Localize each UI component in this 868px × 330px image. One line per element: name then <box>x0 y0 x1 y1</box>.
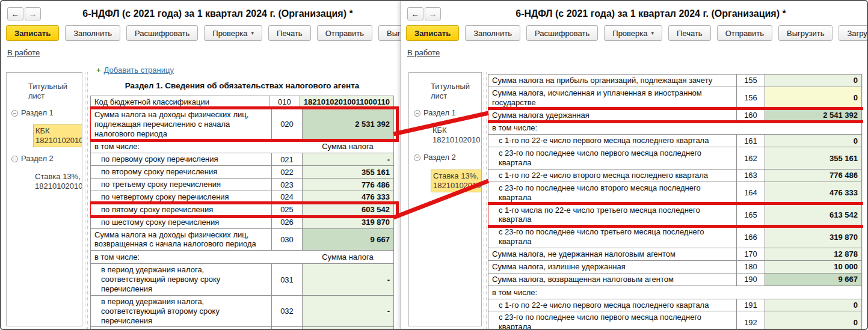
export-button[interactable]: Выгрузить <box>378 25 401 41</box>
splitter[interactable] <box>85 72 88 329</box>
export-button[interactable]: Выгрузить <box>778 25 833 41</box>
sidebar-item-title-page[interactable]: Титульный лист <box>409 82 481 102</box>
field-value-165[interactable]: 613 542 <box>765 204 861 226</box>
sidebar-item-section-1[interactable]: Раздел 1 <box>7 108 82 118</box>
field-label: по четвертому сроку перечисления <box>91 191 271 203</box>
status-link[interactable]: В работе <box>7 48 40 57</box>
send-button[interactable]: Отправить <box>317 25 372 41</box>
save-button[interactable]: Записать <box>406 25 459 41</box>
table-row: с 1-го по 22-е число второго месяца посл… <box>488 170 862 182</box>
sidebar-item-section-1[interactable]: Раздел 1 <box>409 108 481 118</box>
field-code: 025 <box>271 204 303 216</box>
print-button[interactable]: Печать <box>668 25 711 41</box>
section-heading: Раздел 1. Сведения об обязательствах нал… <box>90 81 394 90</box>
status-row: В работе <box>401 43 867 58</box>
send-button[interactable]: Отправить <box>717 25 772 41</box>
save-button[interactable]: Записать <box>6 25 59 41</box>
sidebar-item-rate-13[interactable]: Ставка 13%, 18210102010 <box>409 170 481 193</box>
field-code: 022 <box>271 166 303 178</box>
field-code: 031 <box>271 264 303 295</box>
field-value-166[interactable]: 319 870 <box>765 226 861 248</box>
sidebar-item-label: Раздел 2 <box>21 154 54 163</box>
field-value-026[interactable]: 319 870 <box>303 216 393 228</box>
field-value-180[interactable]: 10 000 <box>765 261 861 273</box>
field-value-032[interactable]: - <box>303 296 393 327</box>
field-label: по шестому сроку перечисления <box>91 216 271 228</box>
field-value-025[interactable]: 603 542 <box>303 204 393 216</box>
form-table: Сумма налога на прибыль организаций, под… <box>488 74 862 329</box>
field-value-191[interactable]: 0 <box>765 299 861 311</box>
splitter[interactable] <box>484 72 487 329</box>
button-label: Заполнить <box>473 29 512 38</box>
field-value-192[interactable]: 0 <box>765 311 861 329</box>
toolbar: ЗаписатьЗаполнитьРасшифроватьПроверка▾Пе… <box>1 23 401 43</box>
button-label: Проверка <box>612 29 647 38</box>
field-value-020[interactable]: 2 531 392 <box>303 109 393 140</box>
button-label: Выгрузить <box>787 29 824 38</box>
field-label: Сумма налога на прибыль организаций, под… <box>488 75 736 87</box>
field-value-160[interactable]: 2 541 392 <box>765 109 861 121</box>
fill-button[interactable]: Заполнить <box>65 25 120 41</box>
sidebar-item-title-page[interactable]: Титульный лист <box>7 82 82 102</box>
field-value-155[interactable]: 0 <box>765 75 861 87</box>
table-row: по четвертому сроку перечисления024476 3… <box>90 191 394 204</box>
table-row: Сумма налога на доходы физических лиц, п… <box>90 109 394 141</box>
field-code: 180 <box>736 261 765 273</box>
form-area: +Добавить страницу Раздел 1. Сведения об… <box>90 64 399 329</box>
field-value-163[interactable]: 776 486 <box>765 170 861 182</box>
field-code: 190 <box>736 273 765 286</box>
add-page-link[interactable]: Добавить страницу <box>104 66 174 75</box>
field-label: Сумма налога на доходы физических лиц, п… <box>91 109 271 140</box>
field-value-170[interactable]: 12 878 <box>765 248 861 260</box>
table-row: Сумма налога, не удержанная налоговым аг… <box>488 248 862 261</box>
field-value-156[interactable]: 0 <box>765 87 861 109</box>
vertical-scrollbar[interactable] <box>863 73 864 326</box>
field-value-030[interactable]: 9 667 <box>303 229 393 251</box>
status-link[interactable]: В работе <box>407 48 440 57</box>
print-button[interactable]: Печать <box>268 25 311 41</box>
back-icon[interactable]: ← <box>7 7 23 20</box>
table-row: в период удержания налога, соответствующ… <box>90 296 394 328</box>
sidebar-item-kbk[interactable]: КБК 18210102010 <box>409 124 481 147</box>
collapse-icon[interactable] <box>414 110 420 117</box>
check-button[interactable]: Проверка▾ <box>204 25 262 41</box>
field-code: 010 <box>269 96 300 108</box>
field-label: в период удержания налога, соответствующ… <box>91 264 271 295</box>
decipher-button[interactable]: Расшифровать <box>126 25 198 41</box>
sidebar-item-kbk[interactable]: КБК 18210102010 <box>7 124 82 148</box>
field-value-162[interactable]: 355 161 <box>765 147 861 169</box>
field-code: 162 <box>736 147 765 169</box>
sidebar-item-section-2[interactable]: Раздел 2 <box>409 153 481 162</box>
field-value-024[interactable]: 476 333 <box>303 191 393 203</box>
sidebar-item-rate-13[interactable]: Ставка 13%, 18210102010 <box>7 171 82 193</box>
fill-button[interactable]: Заполнить <box>465 25 520 41</box>
button-label: Отправить <box>725 29 764 38</box>
field-value-033[interactable] <box>303 327 393 329</box>
field-value-021[interactable]: - <box>303 153 393 165</box>
field-value-022[interactable]: 355 161 <box>303 166 393 178</box>
decipher-button[interactable]: Расшифровать <box>526 25 598 41</box>
check-button[interactable]: Проверка▾ <box>604 25 662 41</box>
field-label: Сумма налога удержанная <box>488 109 736 121</box>
field-value-023[interactable]: 776 486 <box>303 179 393 191</box>
collapse-icon[interactable] <box>414 154 420 161</box>
plus-icon: + <box>96 66 101 75</box>
field-value-164[interactable]: 476 333 <box>765 182 861 204</box>
field-value-161[interactable]: 0 <box>765 135 861 147</box>
import-button[interactable]: Загрузить <box>839 25 867 41</box>
chevron-down-icon: ▾ <box>651 30 654 36</box>
field-value-190[interactable]: 9 667 <box>765 273 861 286</box>
back-icon[interactable]: ← <box>407 7 423 20</box>
sidebar-item-label: КБК 18210102010 <box>33 124 82 148</box>
button-label: Расшифровать <box>535 29 589 38</box>
collapse-icon[interactable] <box>11 156 18 162</box>
field-value-010[interactable]: 18210102010011000110 <box>300 96 393 108</box>
field-label: Сумма налога, излишне удержанная <box>488 261 736 273</box>
value-column-header: Сумма налога <box>302 140 393 153</box>
sidebar-item-section-2[interactable]: Раздел 2 <box>7 154 82 163</box>
forward-icon[interactable]: → <box>425 7 441 20</box>
collapse-icon[interactable] <box>11 110 18 117</box>
table-subheader-row: в том числе:Сумма налога <box>90 251 394 264</box>
forward-icon[interactable]: → <box>25 7 41 20</box>
field-value-031[interactable]: - <box>303 264 393 295</box>
